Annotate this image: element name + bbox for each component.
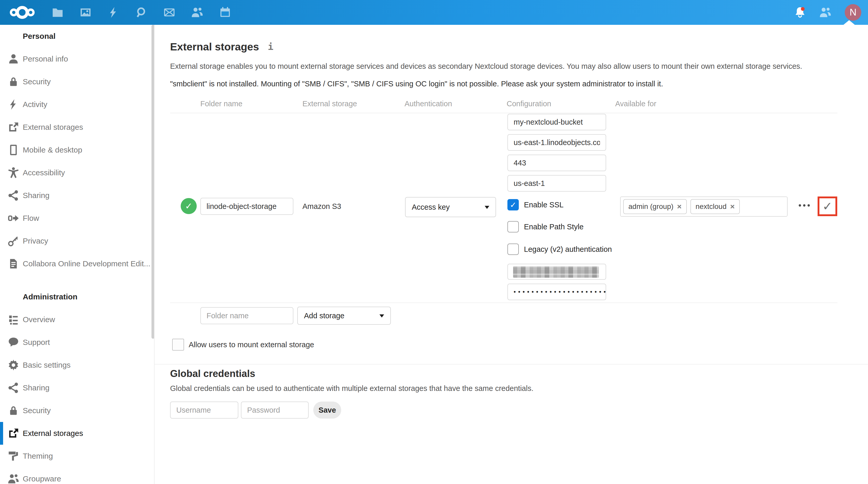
sidebar-section-header: Personal <box>0 25 155 48</box>
sidebar-item-label: Flow <box>23 214 39 222</box>
sidebar-item-label: Security <box>23 406 51 415</box>
listview-icon <box>8 314 19 325</box>
checkbox-row-enable-path-style[interactable]: Enable Path Style <box>507 221 584 233</box>
sidebar-item-privacy[interactable]: Privacy <box>0 230 155 252</box>
column-header: Authentication <box>405 99 452 108</box>
allow-users-checkbox[interactable] <box>172 339 184 351</box>
sidebar-item-label: Security <box>23 77 51 86</box>
checkbox-label: Legacy (v2) authentication <box>524 245 612 254</box>
external-icon <box>8 122 19 133</box>
add-storage-select-value: Add storage <box>304 311 344 320</box>
storage-status-success-icon: ✓ <box>181 198 197 214</box>
gear-icon <box>8 359 19 371</box>
bucket-input[interactable] <box>507 114 606 130</box>
sidebar-item-support[interactable]: Support <box>0 331 155 354</box>
notifications-bell-icon[interactable] <box>794 6 806 18</box>
search-app-icon[interactable] <box>135 6 147 18</box>
checkbox-row-legacy-v2-authentication[interactable]: Legacy (v2) authentication <box>507 244 612 255</box>
port-input[interactable] <box>507 155 606 171</box>
share-icon <box>8 382 19 394</box>
hostname-input[interactable] <box>507 134 606 151</box>
checkbox-row-enable-ssl[interactable]: ✓Enable SSL <box>507 199 563 210</box>
sidebar-item-label: External storages <box>23 429 83 438</box>
redacted-access-key <box>513 266 599 278</box>
nextcloud-logo[interactable] <box>10 4 35 21</box>
folder-app-icon[interactable] <box>52 6 64 18</box>
sidebar-item-personal-info[interactable]: Personal info <box>0 48 155 70</box>
sidebar-divider <box>154 25 155 484</box>
chip-label: admin (group) <box>628 203 673 211</box>
legacy-v2-authentication-checkbox[interactable] <box>507 244 519 255</box>
sidebar-item-sharing[interactable]: Sharing <box>0 376 155 399</box>
column-header: Available for <box>615 99 656 108</box>
sidebar-item-overview[interactable]: Overview <box>0 308 155 331</box>
row-options-icon[interactable] <box>799 204 810 207</box>
photos-app-icon[interactable] <box>80 6 92 18</box>
flow-icon <box>8 213 19 224</box>
sidebar-item-label: Sharing <box>23 384 50 392</box>
enable-ssl-checkbox[interactable]: ✓ <box>507 199 519 210</box>
column-header: External storage <box>303 99 357 108</box>
sidebar-item-mobile-desktop[interactable]: Mobile & desktop <box>0 139 155 161</box>
sidebar-item-label: Overview <box>23 315 55 324</box>
remove-chip-icon[interactable]: × <box>730 202 735 211</box>
sidebar-item-accessibility[interactable]: Accessibility <box>0 161 155 184</box>
folder-name-input[interactable] <box>200 198 293 215</box>
available-for-box[interactable]: admin (group)×nextcloud× <box>620 196 787 217</box>
share-icon <box>8 190 19 201</box>
mail-app-icon[interactable] <box>163 6 175 18</box>
avatar[interactable]: N <box>845 4 861 21</box>
secret-key-input[interactable]: •••••••••••••••••••••••••••••• <box>507 284 606 300</box>
calendar-app-icon[interactable] <box>219 6 231 18</box>
sidebar-item-external-storages[interactable]: External storages <box>0 116 155 139</box>
sidebar-item-label: Personal info <box>23 55 68 63</box>
save-button[interactable]: Save <box>313 401 341 419</box>
remove-chip-icon[interactable]: × <box>677 202 682 211</box>
activity-app-icon[interactable] <box>107 6 119 18</box>
chevron-down-icon <box>379 314 384 317</box>
lock-icon <box>8 76 19 87</box>
sidebar-item-label: Accessibility <box>23 168 65 177</box>
page-title: External storagesi <box>170 41 274 53</box>
add-storage-select[interactable]: Add storage <box>297 307 391 325</box>
available-for-chip: nextcloud× <box>690 199 740 214</box>
contacts-menu-icon[interactable] <box>819 6 831 18</box>
sidebar-item-sharing[interactable]: Sharing <box>0 184 155 207</box>
sidebar-item-collabora-online-development-edit[interactable]: Collabora Online Development Edit... <box>0 252 155 275</box>
authentication-select-value: Access key <box>412 203 450 211</box>
column-header: Configuration <box>507 99 551 108</box>
access-key-input[interactable] <box>507 264 606 280</box>
sidebar-item-groupware[interactable]: Groupware <box>0 467 155 484</box>
app-icons <box>52 0 231 25</box>
sidebar-item-security[interactable]: Security <box>0 70 155 93</box>
sidebar-item-basic-settings[interactable]: Basic settings <box>0 354 155 376</box>
password-input[interactable] <box>241 401 309 419</box>
column-header: Folder name <box>200 99 243 108</box>
smbclient-warning: "smbclient" is not installed. Mounting o… <box>170 80 663 88</box>
info-icon[interactable]: i <box>268 41 274 52</box>
new-folder-name-input[interactable] <box>200 307 293 324</box>
region-input[interactable] <box>507 175 606 191</box>
sidebar-item-label: Privacy <box>23 237 48 245</box>
sidebar-item-label: External storages <box>23 123 83 131</box>
section-divider <box>155 364 868 365</box>
sidebar-item-security[interactable]: Security <box>0 399 155 422</box>
sidebar-item-theming[interactable]: Theming <box>0 445 155 467</box>
topbar: N <box>0 0 868 25</box>
checkbox-label: Enable Path Style <box>524 222 584 231</box>
authentication-select[interactable]: Access key <box>405 197 496 217</box>
sidebar-item-external-storages[interactable]: External storages <box>0 422 155 445</box>
enable-path-style-checkbox[interactable] <box>507 221 519 233</box>
phone-icon <box>8 144 19 156</box>
checkbox-label: Enable SSL <box>524 201 563 209</box>
sidebar-section-header: Administration <box>0 285 155 308</box>
accessibility-icon <box>8 167 19 178</box>
people-icon <box>8 473 19 484</box>
sidebar-item-flow[interactable]: Flow <box>0 207 155 230</box>
external-icon <box>8 428 19 439</box>
allow-users-row[interactable]: Allow users to mount external storage <box>172 339 314 351</box>
save-storage-button[interactable]: ✓ <box>817 196 837 216</box>
available-for-chip: admin (group)× <box>623 199 687 214</box>
username-input[interactable] <box>170 401 238 419</box>
contacts-app-icon[interactable] <box>191 6 203 18</box>
